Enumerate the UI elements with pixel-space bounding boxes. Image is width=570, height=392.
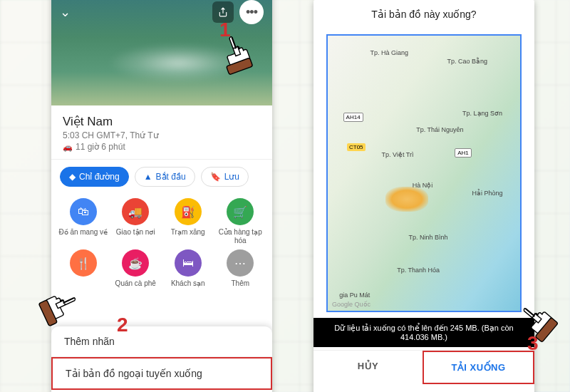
- more-cat-icon: ⋯: [227, 249, 254, 277]
- bookmark-icon: 🔖: [210, 172, 221, 182]
- place-hero-image: ⌄ •••: [51, 0, 272, 105]
- place-time: 5:03 CH GMT+7, Thứ Tư: [63, 130, 261, 140]
- save-label: Lưu: [224, 172, 239, 182]
- hotel-icon: 🛏: [175, 249, 202, 277]
- city-label: Hải Phòng: [472, 190, 503, 197]
- city-label: Tp. Cao Bằng: [447, 58, 487, 65]
- road-badge: AH14: [343, 113, 363, 122]
- more-menu-button[interactable]: •••: [239, 0, 264, 24]
- map-preview[interactable]: Google Quốc Tp. Hà GiangTp. Cao BằngTp. …: [326, 34, 522, 312]
- cat-takeout[interactable]: 🛍Đồ ăn mang về: [58, 198, 108, 245]
- city-label: Tp. Việt Trì: [382, 151, 414, 158]
- cat-more[interactable]: ⋯Thêm: [216, 249, 266, 288]
- navigate-icon: ▲: [144, 172, 152, 182]
- start-label: Bắt đầu: [156, 172, 186, 182]
- share-icon: [218, 7, 228, 17]
- road-badge: CT05: [347, 143, 366, 151]
- car-icon: [63, 142, 73, 152]
- cat-food[interactable]: 🍴: [58, 249, 108, 288]
- cat-coffee[interactable]: ☕Quán cà phê: [111, 249, 161, 288]
- start-button[interactable]: ▲ Bắt đầu: [135, 167, 195, 187]
- cat-delivery[interactable]: 🚚Giao tận nơi: [111, 198, 161, 245]
- download-header: Tải bản đồ này xuống?: [314, 0, 534, 29]
- chevron-down-icon[interactable]: ⌄: [60, 4, 71, 20]
- cat-label: Thêm: [216, 279, 266, 288]
- delivery-icon: 🚚: [122, 198, 149, 225]
- cat-label: Giao tận nơi: [111, 228, 161, 237]
- bottom-sheet: Thêm nhãn Tải bản đồ ngoại tuyến xuống Đ…: [51, 326, 272, 392]
- drive-time: 11 giờ 6 phút: [63, 142, 261, 152]
- city-label: Tp. Thái Nguyên: [416, 126, 463, 133]
- place-title: Việt Nam: [63, 114, 261, 129]
- place-info: Việt Nam 5:03 CH GMT+7, Thứ Tư 11 giờ 6 …: [51, 105, 272, 160]
- cat-label: Quán cà phê: [111, 279, 161, 288]
- drive-time-text: 11 giờ 6 phút: [76, 142, 125, 152]
- sheet-download-offline[interactable]: Tải bản đồ ngoại tuyến xuống: [51, 357, 272, 390]
- city-label: Tp. Hà Giang: [370, 49, 408, 56]
- phone-left: ⌄ ••• Việt Nam 5:03 CH GMT+7, Thứ Tư 11 …: [51, 0, 272, 392]
- city-label: Tp. Thanh Hóa: [397, 267, 440, 274]
- cat-label: Khách sạn: [163, 279, 213, 288]
- cat-label: Cửa hàng tạp hóa: [216, 228, 266, 245]
- more-icon: •••: [246, 5, 257, 20]
- city-label: Tp. Lạng Sơn: [462, 110, 502, 117]
- cat-label: Đồ ăn mang về: [58, 228, 108, 237]
- cat-hotel[interactable]: 🛏Khách sạn: [163, 249, 213, 288]
- category-grid: 🛍Đồ ăn mang về 🚚Giao tận nơi ⛽Trạm xăng …: [51, 192, 272, 294]
- sheet-add-label[interactable]: Thêm nhãn: [51, 326, 272, 357]
- coffee-icon: ☕: [122, 249, 149, 277]
- city-label: Hà Nội: [413, 182, 433, 189]
- download-actions: HỦY TẢI XUỐNG: [314, 350, 534, 384]
- grocery-icon: 🛒: [227, 198, 254, 225]
- takeout-icon: 🛍: [70, 198, 97, 225]
- food-icon: 🍴: [70, 249, 97, 277]
- road-badge: AH1: [455, 148, 472, 158]
- save-button[interactable]: 🔖 Lưu: [201, 167, 249, 187]
- download-size-info: Dữ liệu tải xuống có thể lên đến 245 MB.…: [314, 318, 534, 347]
- action-row: ◆ Chỉ đường ▲ Bắt đầu 🔖 Lưu: [51, 160, 272, 192]
- cancel-button[interactable]: HỦY: [314, 351, 423, 384]
- phone-right: Tải bản đồ này xuống? Google Quốc Tp. Hà…: [314, 0, 534, 392]
- map-attribution: Google Quốc: [332, 301, 370, 308]
- cat-label: Trạm xăng: [163, 228, 213, 237]
- cat-gas[interactable]: ⛽Trạm xăng: [163, 198, 213, 245]
- share-button[interactable]: [212, 1, 234, 23]
- gas-icon: ⛽: [175, 198, 202, 225]
- city-label: Tp. Ninh Bình: [408, 234, 447, 241]
- city-label: gia Pu Mát: [339, 292, 370, 299]
- directions-label: Chỉ đường: [79, 172, 120, 182]
- cat-grocery[interactable]: 🛒Cửa hàng tạp hóa: [216, 198, 266, 245]
- directions-button[interactable]: ◆ Chỉ đường: [60, 167, 129, 187]
- download-button[interactable]: TẢI XUỐNG: [423, 351, 534, 384]
- directions-icon: ◆: [69, 172, 76, 182]
